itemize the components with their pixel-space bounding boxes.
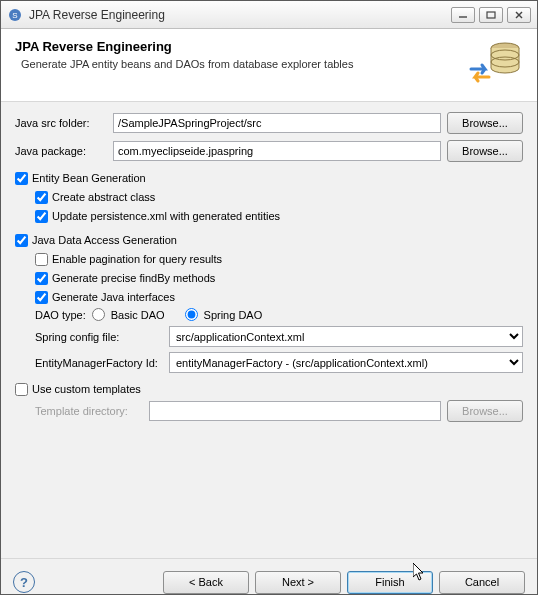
app-icon: S [7,7,23,23]
interfaces-checkbox[interactable] [35,291,48,304]
svg-text:S: S [12,11,17,20]
cancel-button[interactable]: Cancel [439,571,525,594]
svg-rect-3 [487,12,495,18]
use-templates-label: Use custom templates [32,381,141,397]
findby-label: Generate precise findBy methods [52,270,215,286]
update-persistence-label: Update persistence.xml with generated en… [52,208,280,224]
dao-type-label: DAO type: [35,309,86,321]
database-icon [467,39,523,83]
button-bar: ? < Back Next > Finish Cancel [1,558,537,595]
browse-src-button[interactable]: Browse... [447,112,523,134]
content-area: Java src folder: Browse... Java package:… [1,102,537,558]
java-data-access-checkbox[interactable] [15,234,28,247]
package-input[interactable] [113,141,441,161]
page-subtitle: Generate JPA entity beans and DAOs from … [21,58,467,70]
java-data-access-label: Java Data Access Generation [32,232,177,248]
finish-button[interactable]: Finish [347,571,433,594]
template-dir-input [149,401,441,421]
page-title: JPA Reverse Engineering [15,39,467,54]
interfaces-label: Generate Java interfaces [52,289,175,305]
next-button[interactable]: Next > [255,571,341,594]
entity-bean-gen-checkbox[interactable] [15,172,28,185]
browse-template-button: Browse... [447,400,523,422]
titlebar: S JPA Reverse Engineering [1,1,537,29]
use-templates-checkbox[interactable] [15,383,28,396]
help-icon[interactable]: ? [13,571,35,593]
minimize-button[interactable] [451,7,475,23]
spring-dao-label: Spring DAO [204,309,263,321]
src-folder-input[interactable] [113,113,441,133]
update-persistence-checkbox[interactable] [35,210,48,223]
abstract-class-checkbox[interactable] [35,191,48,204]
template-dir-label: Template directory: [35,405,143,417]
basic-dao-label: Basic DAO [111,309,165,321]
pagination-checkbox[interactable] [35,253,48,266]
pagination-label: Enable pagination for query results [52,251,222,267]
close-button[interactable] [507,7,531,23]
emf-id-select[interactable]: entityManagerFactory - (src/applicationC… [169,352,523,373]
maximize-button[interactable] [479,7,503,23]
spring-config-label: Spring config file: [35,331,163,343]
spring-config-select[interactable]: src/applicationContext.xml [169,326,523,347]
findby-checkbox[interactable] [35,272,48,285]
basic-dao-radio[interactable] [92,308,105,321]
back-button[interactable]: < Back [163,571,249,594]
src-folder-label: Java src folder: [15,117,107,129]
package-label: Java package: [15,145,107,157]
spring-dao-radio[interactable] [185,308,198,321]
window-title: JPA Reverse Engineering [29,8,447,22]
browse-pkg-button[interactable]: Browse... [447,140,523,162]
emf-id-label: EntityManagerFactory Id: [35,357,163,369]
abstract-class-label: Create abstract class [52,189,155,205]
wizard-header: JPA Reverse Engineering Generate JPA ent… [1,29,537,102]
entity-bean-gen-label: Entity Bean Generation [32,170,146,186]
